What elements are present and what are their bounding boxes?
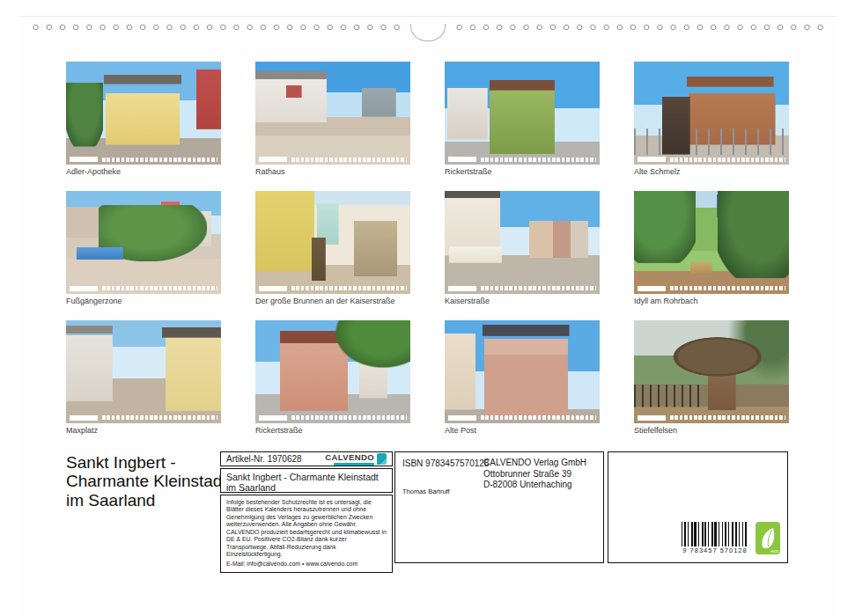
product-info-area: Sankt Ingbert - Charmante Kleinstadt im … [0, 451, 855, 566]
binding-holes-left [29, 23, 402, 32]
article-number: Artikel-Nr. 1970628 [226, 454, 302, 464]
calendar-page-thumb: Kaiserstraße [445, 191, 600, 306]
calendar-page-thumb: Fußgängerzone [66, 191, 221, 306]
mini-calendar-strip [638, 415, 785, 421]
eco-label: eco [770, 548, 778, 554]
photo-caption: Idyll am Rohrbach [634, 297, 789, 306]
photo-rickertstrasse-1 [445, 62, 600, 165]
publisher-address: CALVENDO Verlag GmbH Ottobrunner Straße … [483, 458, 586, 491]
barcode-box: 9 783457 570128 eco [608, 451, 788, 563]
photo-caption: Rickertstraße [255, 427, 410, 436]
eco-logo: eco [755, 522, 780, 554]
photo-rathaus [255, 62, 410, 165]
photo-stiefelfelsen [634, 320, 789, 423]
isbn-box: ISBN 9783457570128 CALVENDO Verlag GmbH … [394, 451, 604, 563]
photo-caption: Maxplatz [66, 427, 221, 436]
photo-caption: Rathaus [255, 168, 410, 177]
photo-caption: Adler-Apotheke [66, 168, 221, 177]
photo-rickertstrasse-2 [255, 320, 410, 423]
photo-idyll-rohrbach [634, 191, 789, 294]
mini-calendar-strip [448, 415, 596, 421]
product-info-box: Artikel-Nr. 1970628 CALVENDO Sankt Ingbe… [220, 451, 393, 563]
calendar-page-thumb: Alte Post [445, 320, 600, 436]
mini-calendar-strip [70, 415, 217, 421]
publisher-name: CALVENDO Verlag GmbH [483, 458, 586, 469]
calendar-page-thumb: Idyll am Rohrbach [634, 191, 789, 306]
mini-calendar-strip [70, 286, 217, 291]
publisher-street: Ottobrunner Straße 39 [483, 469, 586, 480]
ean-barcode: 9 783457 570128 [682, 522, 748, 554]
photo-kaiserstrasse [445, 191, 600, 294]
leaf-icon [760, 527, 776, 550]
photo-grid: Adler-Apotheke Rathaus Rickertstraße Alt… [66, 62, 789, 436]
photo-fussgaengerzone [66, 191, 221, 294]
calendar-page-thumb: Rathaus [255, 62, 410, 177]
binding-holes-right [453, 23, 826, 32]
photo-adler-apotheke [66, 62, 221, 165]
photo-caption: Alte Schmelz [634, 168, 789, 177]
mini-calendar-strip [259, 286, 407, 291]
calendar-page-thumb: Rickertstraße [445, 62, 600, 177]
barcode-bars [682, 522, 748, 548]
calvendo-logo-text: CALVENDO [325, 452, 374, 462]
mini-calendar-strip [259, 157, 407, 162]
calendar-page-thumb: Alte Schmelz [634, 62, 789, 177]
calendar-page-thumb: Rickertstraße [255, 320, 410, 436]
publisher-city: D-82008 Unterhaching [483, 480, 586, 491]
mini-calendar-strip [448, 286, 596, 291]
calvendo-logo-icon [377, 453, 387, 465]
calendar-page-thumb: Der große Brunnen an der Kaiserstraße [255, 191, 410, 306]
calvendo-logo: CALVENDO [325, 452, 387, 466]
legal-notice-box: Infolge bestehender Schutzrechte ist es … [220, 495, 393, 573]
photo-brunnen-kaiserstrasse [255, 191, 410, 294]
photo-maxplatz [66, 320, 221, 423]
mini-calendar-strip [638, 157, 785, 162]
mini-calendar-strip [259, 415, 407, 421]
legal-text: Infolge bestehender Schutzrechte ist es … [226, 499, 387, 560]
photo-caption: Stiefelfelsen [634, 427, 789, 436]
calendar-back-page: { "page": { "title": "Sankt Ingbert - Ch… [0, 0, 855, 616]
photo-caption: Alte Post [445, 427, 600, 436]
photo-caption: Kaiserstraße [445, 297, 600, 306]
mini-calendar-strip [70, 157, 217, 162]
photo-alte-schmelz [634, 62, 789, 165]
photo-caption: Fußgängerzone [66, 297, 221, 306]
contact-text: E-Mail: info@calvendo.com • www.calvendo… [226, 561, 387, 568]
author-name: Thomas Bartruff [402, 488, 450, 495]
mini-calendar-strip [448, 157, 596, 162]
calendar-page-thumb: Stiefelfelsen [634, 320, 789, 436]
photo-caption: Rickertstraße [445, 168, 600, 177]
barcode-number: 9 783457 570128 [682, 546, 748, 554]
article-number-row: Artikel-Nr. 1970628 CALVENDO [220, 451, 393, 466]
isbn-number: ISBN 9783457570128 [402, 458, 489, 468]
calendar-page-thumb: Maxplatz [66, 320, 221, 436]
photo-alte-post [445, 320, 600, 423]
photo-caption: Der große Brunnen an der Kaiserstraße [255, 297, 410, 306]
mini-calendar-strip [638, 286, 785, 291]
boxed-title: Sankt Ingbert - Charmante Kleinstadt im … [220, 468, 393, 493]
calvendo-tagline-mark [334, 463, 374, 466]
calendar-page-thumb: Adler-Apotheke [66, 62, 221, 177]
